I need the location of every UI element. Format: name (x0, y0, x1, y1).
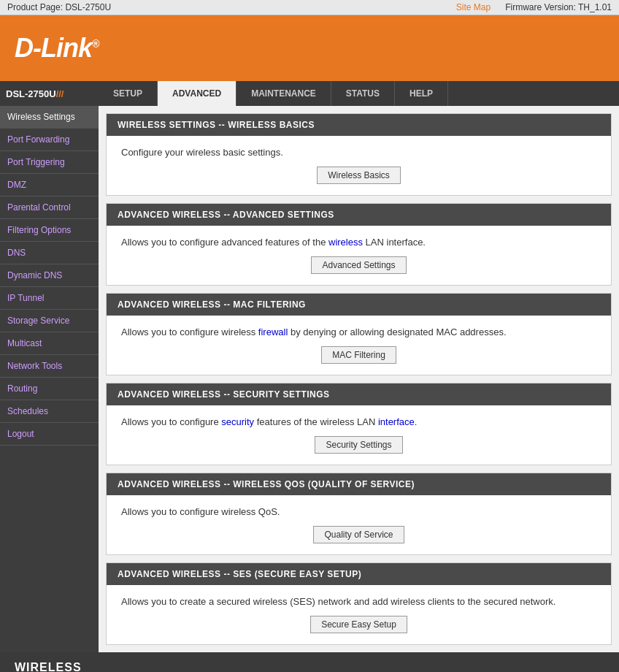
sidebar-item-ip-tunnel[interactable]: IP Tunnel (0, 287, 99, 310)
header: D-Link® (0, 15, 619, 81)
quality-of-service-button[interactable]: Quality of Service (313, 526, 404, 543)
slash-icon: /// (56, 88, 64, 99)
section-desc-wireless-qos: Allows you to configure wireless QoS. (121, 506, 596, 517)
sidebar-item-port-forwarding[interactable]: Port Forwarding (0, 129, 99, 151)
section-desc-advanced-settings: Allows you to configure advanced feature… (121, 237, 596, 248)
footer-bar: WIRELESS (0, 652, 619, 672)
section-desc-ses: Allows you to create a secured wireless … (121, 596, 596, 607)
firewall-link[interactable]: firewall (258, 327, 288, 337)
section-body-ses: Allows you to create a secured wireless … (107, 585, 611, 644)
section-desc-wireless-basics: Configure your wireless basic settings. (121, 147, 596, 158)
section-btn-area-wireless-basics: Wireless Basics (121, 167, 596, 184)
sidebar-item-port-triggering[interactable]: Port Triggering (0, 151, 99, 174)
section-body-advanced-settings: Allows you to configure advanced feature… (107, 226, 611, 285)
sidebar-item-filtering-options[interactable]: Filtering Options (0, 219, 99, 242)
section-header-wireless-qos: ADVANCED WIRELESS -- WIRELESS QOS (QUALI… (107, 473, 611, 495)
sidebar-item-storage-service[interactable]: Storage Service (0, 310, 99, 332)
wireless-link-advanced[interactable]: wireless (328, 237, 363, 248)
product-label: Product Page: DSL-2750U (7, 2, 111, 12)
security-settings-button[interactable]: Security Settings (315, 436, 402, 454)
top-bar: Product Page: DSL-2750U Site Map Firmwar… (0, 0, 619, 15)
firmware-version: Firmware Version: TH_1.01 (505, 2, 612, 12)
sidebar: Wireless Settings Port Forwarding Port T… (0, 106, 99, 652)
dlink-logo: D-Link® (15, 33, 99, 64)
section-header-ses: ADVANCED WIRELESS -- SES (SECURE EASY SE… (107, 563, 611, 585)
section-btn-area-ses: Secure Easy Setup (121, 616, 596, 633)
sidebar-item-logout[interactable]: Logout (0, 423, 99, 446)
sidebar-item-parental-control[interactable]: Parental Control (0, 196, 99, 219)
section-btn-area-wireless-qos: Quality of Service (121, 526, 596, 543)
sidebar-item-dynamic-dns[interactable]: Dynamic DNS (0, 264, 99, 287)
sidebar-item-schedules[interactable]: Schedules (0, 400, 99, 423)
main-layout: Wireless Settings Port Forwarding Port T… (0, 106, 619, 652)
section-btn-area-security-settings: Security Settings (121, 436, 596, 454)
section-ses: ADVANCED WIRELESS -- SES (SECURE EASY SE… (106, 562, 612, 645)
section-mac-filtering: ADVANCED WIRELESS -- MAC FILTERING Allow… (106, 293, 612, 375)
section-header-advanced-settings: ADVANCED WIRELESS -- ADVANCED SETTINGS (107, 204, 611, 226)
sidebar-item-network-tools[interactable]: Network Tools (0, 355, 99, 378)
section-header-security-settings: ADVANCED WIRELESS -- SECURITY SETTINGS (107, 383, 611, 405)
sitemap-link[interactable]: Site Map (456, 2, 491, 12)
sidebar-item-dns[interactable]: DNS (0, 242, 99, 264)
sidebar-item-wireless-settings[interactable]: Wireless Settings (0, 106, 99, 129)
section-desc-mac-filtering: Allows you to configure wireless firewal… (121, 327, 596, 337)
section-btn-area-advanced-settings: Advanced Settings (121, 256, 596, 274)
content: WIRELESS SETTINGS -- WIRELESS BASICS Con… (99, 106, 619, 652)
wireless-basics-button[interactable]: Wireless Basics (317, 167, 401, 184)
tab-status[interactable]: STATUS (331, 81, 395, 106)
section-btn-area-mac-filtering: MAC Filtering (121, 346, 596, 364)
sidebar-item-dmz[interactable]: DMZ (0, 174, 99, 196)
section-wireless-qos: ADVANCED WIRELESS -- WIRELESS QOS (QUALI… (106, 473, 612, 555)
section-security-settings: ADVANCED WIRELESS -- SECURITY SETTINGS A… (106, 383, 612, 465)
interface-link[interactable]: interface (378, 416, 415, 427)
tab-setup[interactable]: SETUP (99, 81, 158, 106)
logo-trademark: ® (92, 38, 99, 50)
logo-text: D-Link® (15, 33, 99, 63)
section-header-wireless-basics: WIRELESS SETTINGS -- WIRELESS BASICS (107, 114, 611, 136)
section-body-security-settings: Allows you to configure security feature… (107, 405, 611, 465)
tab-maintenance[interactable]: MAINTENANCE (237, 81, 331, 106)
tab-advanced[interactable]: ADVANCED (158, 81, 237, 106)
section-desc-security-settings: Allows you to configure security feature… (121, 416, 596, 427)
advanced-settings-button[interactable]: Advanced Settings (311, 256, 406, 274)
nav-area: DSL-2750U/// SETUP ADVANCED MAINTENANCE … (0, 81, 619, 106)
section-wireless-basics: WIRELESS SETTINGS -- WIRELESS BASICS Con… (106, 113, 612, 196)
sidebar-label: DSL-2750U/// (0, 81, 99, 106)
mac-filtering-button[interactable]: MAC Filtering (321, 346, 396, 364)
section-body-wireless-qos: Allows you to configure wireless QoS. Qu… (107, 495, 611, 554)
footer-section-label: WIRELESS (15, 661, 82, 672)
section-body-wireless-basics: Configure your wireless basic settings. … (107, 136, 611, 195)
device-name: DSL-2750U (6, 88, 56, 99)
tab-help[interactable]: HELP (395, 81, 448, 106)
security-link[interactable]: security (221, 416, 254, 427)
secure-easy-setup-button[interactable]: Secure Easy Setup (310, 616, 407, 633)
sidebar-item-multicast[interactable]: Multicast (0, 332, 99, 355)
sidebar-item-routing[interactable]: Routing (0, 378, 99, 400)
section-body-mac-filtering: Allows you to configure wireless firewal… (107, 316, 611, 375)
section-header-mac-filtering: ADVANCED WIRELESS -- MAC FILTERING (107, 294, 611, 316)
section-advanced-settings: ADVANCED WIRELESS -- ADVANCED SETTINGS A… (106, 203, 612, 286)
